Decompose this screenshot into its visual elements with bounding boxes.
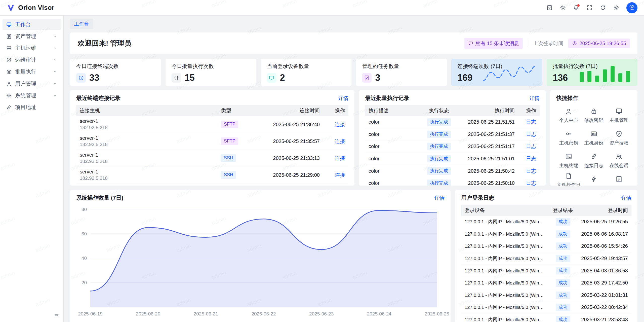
- stat-value: 136: [553, 73, 568, 83]
- log-link[interactable]: 日志: [526, 119, 536, 125]
- execution-row: color 执行完成 2025-06-25 21:51:17 日志: [365, 140, 540, 153]
- quick-action[interactable]: 主机密钥: [556, 129, 581, 148]
- sidebar-item[interactable]: 用户管理: [3, 78, 61, 89]
- quick-action-icon: [565, 172, 572, 180]
- svg-text:20: 20: [82, 280, 87, 285]
- login-result-tag: 成功: [556, 292, 570, 299]
- sidebar-item[interactable]: 批量执行: [3, 66, 61, 77]
- login-result-tag: 成功: [556, 230, 570, 238]
- sidebar-item[interactable]: 主机运维: [3, 43, 61, 54]
- stat-label: 当前登录设备数量: [267, 63, 346, 70]
- sidebar-collapse-button[interactable]: [54, 313, 59, 318]
- sidebar-item[interactable]: 资产管理: [3, 31, 61, 42]
- sidebar-item-icon: [6, 45, 12, 51]
- quick-action[interactable]: 个人中心: [556, 106, 581, 125]
- quick-action-icon: [590, 153, 597, 160]
- sidebar-item[interactable]: 工作台: [3, 19, 61, 30]
- quick-action[interactable]: 主机终端: [556, 151, 581, 170]
- refresh-icon[interactable]: [600, 5, 606, 11]
- fullscreen-icon[interactable]: [586, 5, 593, 11]
- welcome-meta: 您有 15 条未读消息 上次登录时间 2025-06-25 19:26:55: [464, 38, 630, 49]
- svg-text:2025-06-22: 2025-06-22: [251, 311, 276, 316]
- braces-icon: [172, 73, 181, 83]
- sidebar-item-icon: [6, 22, 12, 27]
- user-avatar[interactable]: 管: [626, 2, 637, 13]
- quick-action-label: 命令执行: [584, 185, 603, 186]
- log-link[interactable]: 日志: [526, 168, 536, 174]
- log-link[interactable]: 日志: [526, 156, 536, 161]
- connect-link[interactable]: 连接: [335, 122, 345, 127]
- sidebar: 工作台 资产管理 主机运维 运维审计: [0, 16, 64, 322]
- login-logs-card: 用户登录日志 详情 登录设备 登录结果 登录时间 127.0.0.1 - 内网I…: [455, 190, 637, 322]
- login-time: 2025-06-25 19:26:55: [577, 216, 631, 228]
- execution-row: color 执行完成 2025-06-25 21:50:10 日志: [365, 177, 540, 186]
- log-link[interactable]: 日志: [526, 131, 536, 137]
- login-device: 127.0.0.1 - 内网IP - Mozilla/5.0 (Windows …: [465, 255, 545, 262]
- stat-card-terminal-7d: 连接终端次数 (7日) 169: [451, 59, 542, 86]
- settings-icon[interactable]: [613, 5, 619, 11]
- breadcrumb[interactable]: 工作台: [70, 19, 93, 29]
- connect-link[interactable]: 连接: [335, 138, 345, 144]
- quick-actions-grid: 个人中心 修改密码 主机管理: [556, 106, 631, 186]
- host-ip: 182.92.5.218: [80, 142, 214, 147]
- connect-link[interactable]: 连接: [335, 155, 345, 161]
- quick-action-icon: [615, 108, 623, 115]
- card-title: 快捷操作: [556, 94, 578, 102]
- login-logs-detail-link[interactable]: 详情: [621, 195, 631, 201]
- check-square-icon[interactable]: [546, 5, 553, 11]
- theme-icon[interactable]: [560, 5, 566, 11]
- quick-action-label: 执行日志: [609, 185, 628, 186]
- quick-action[interactable]: 资产授权: [606, 129, 631, 148]
- login-log-row: 127.0.0.1 - 内网IP - Mozilla/5.0 (Windows …: [461, 265, 631, 277]
- clock-icon: [76, 73, 86, 83]
- column-header: 连接时间: [253, 105, 323, 116]
- sidebar-item[interactable]: 项目地址: [3, 102, 61, 113]
- log-link[interactable]: 日志: [526, 180, 536, 186]
- quick-action-label: 主机密钥: [559, 140, 578, 146]
- quick-action[interactable]: 主机身份: [581, 129, 607, 148]
- quick-action[interactable]: 在线会话: [606, 151, 631, 170]
- quick-action-label: 资产授权: [609, 140, 628, 146]
- last-login-label: 上次登录时间: [533, 40, 563, 47]
- chevron-down-icon: [53, 69, 57, 74]
- exec-bars-chart: [578, 65, 632, 82]
- execution-status-tag: 执行完成: [427, 167, 451, 175]
- connection-row: server-1 182.92.5.218 SSH 2025-06-25 21:…: [76, 150, 348, 167]
- login-log-row: 127.0.0.1 - 内网IP - Mozilla/5.0 (Windows …: [461, 289, 631, 301]
- stat-card-exec-today: 今日批量执行次数 15: [166, 59, 256, 86]
- divider: [528, 40, 528, 47]
- execution-desc: color: [365, 177, 419, 186]
- login-log-row: 127.0.0.1 - 内网IP - Mozilla/5.0 (Windows …: [461, 313, 631, 322]
- sidebar-item-icon: [6, 33, 12, 39]
- quick-action[interactable]: 执行日志: [606, 174, 631, 186]
- sidebar-item-icon: [6, 57, 12, 63]
- quick-action-label: 文件操作日志: [556, 182, 581, 186]
- system-ops-detail-link[interactable]: 详情: [434, 195, 445, 201]
- quick-action[interactable]: 修改密码: [581, 106, 607, 125]
- sidebar-item[interactable]: 系统管理: [3, 90, 61, 101]
- last-login-time-badge: 2025-06-25 19:26:55: [568, 39, 630, 48]
- log-link[interactable]: 日志: [526, 144, 536, 149]
- quick-action[interactable]: 连接日志: [581, 151, 607, 170]
- unread-messages-badge[interactable]: 您有 15 条未读消息: [464, 38, 523, 49]
- login-result-tag: 成功: [556, 218, 570, 226]
- quick-action[interactable]: 命令执行: [581, 174, 607, 186]
- page-title: 欢迎回来! 管理员: [78, 39, 131, 48]
- sidebar-nav: 工作台 资产管理 主机运维 运维审计: [0, 19, 63, 113]
- connections-detail-link[interactable]: 详情: [338, 95, 348, 102]
- login-device: 127.0.0.1 - 内网IP - Mozilla/5.0 (Windows …: [465, 243, 545, 249]
- executions-detail-link[interactable]: 详情: [530, 95, 540, 102]
- connect-time: 2025-06-25 21:29:00: [253, 167, 323, 184]
- quick-action[interactable]: 主机管理: [606, 106, 631, 125]
- brand: Orion Visor: [7, 4, 54, 12]
- execution-row: color 执行完成 2025-06-25 21:50:42 日志: [365, 165, 540, 177]
- svg-text:60: 60: [82, 231, 87, 236]
- sidebar-item[interactable]: 运维审计: [3, 54, 61, 65]
- quick-action[interactable]: 文件操作日志: [556, 174, 581, 186]
- sidebar-item-icon: [6, 69, 12, 75]
- connect-link[interactable]: 连接: [335, 172, 345, 178]
- sidebar-item-label: 主机运维: [15, 45, 50, 52]
- quick-action-label: 连接日志: [584, 162, 603, 169]
- task-icon: [362, 73, 372, 83]
- notification-icon[interactable]: [573, 5, 579, 11]
